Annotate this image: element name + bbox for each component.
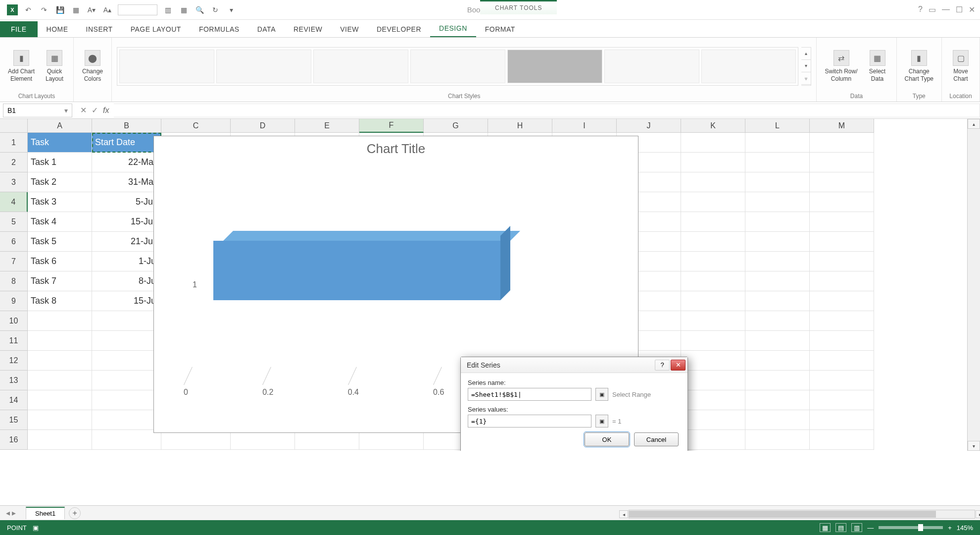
enter-formula-button[interactable]: ✓ bbox=[92, 106, 98, 115]
column-header-K[interactable]: K bbox=[681, 119, 745, 133]
column-header-C[interactable]: C bbox=[161, 119, 231, 133]
horizontal-scrollbar[interactable]: ◂ ▸ bbox=[629, 510, 975, 519]
maximize-button[interactable]: ☐ bbox=[956, 5, 963, 14]
cell-K5[interactable] bbox=[681, 212, 745, 232]
cancel-button[interactable]: Cancel bbox=[634, 432, 679, 446]
sheet-tab-sheet1[interactable]: Sheet1 bbox=[26, 507, 65, 519]
cell-K3[interactable] bbox=[681, 172, 745, 192]
chart-style-thumb-selected[interactable] bbox=[507, 50, 602, 83]
close-window-button[interactable]: ✕ bbox=[969, 5, 975, 14]
tab-format[interactable]: FORMAT bbox=[476, 21, 524, 37]
row-header-4[interactable]: 4 bbox=[0, 192, 28, 212]
range-selector-button[interactable]: ▣ bbox=[595, 388, 608, 401]
chart-style-thumb[interactable] bbox=[313, 50, 408, 83]
cell-M13[interactable] bbox=[810, 371, 874, 390]
chart-style-thumb[interactable] bbox=[119, 50, 214, 83]
cell-L9[interactable] bbox=[745, 291, 810, 311]
move-chart-button[interactable]: ▢Move Chart bbox=[947, 48, 975, 84]
cell-M1[interactable] bbox=[810, 133, 874, 153]
cell-L16[interactable] bbox=[745, 430, 810, 450]
minimize-button[interactable]: — bbox=[942, 5, 950, 14]
row-header-10[interactable]: 10 bbox=[0, 311, 28, 331]
row-header-14[interactable]: 14 bbox=[0, 390, 28, 410]
tab-view[interactable]: VIEW bbox=[331, 21, 368, 37]
name-box[interactable]: B1▾ bbox=[3, 104, 72, 117]
qat-button[interactable]: ▦ bbox=[70, 4, 81, 15]
page-break-view-button[interactable]: ▥ bbox=[851, 523, 862, 532]
cell-K4[interactable] bbox=[681, 192, 745, 212]
ribbon-options-button[interactable]: ▭ bbox=[929, 5, 936, 14]
tab-review[interactable]: REVIEW bbox=[285, 21, 331, 37]
select-all-corner[interactable] bbox=[0, 119, 28, 133]
cell-B9[interactable]: 15-Jul bbox=[92, 291, 161, 311]
cell-L10[interactable] bbox=[745, 311, 810, 331]
spreadsheet-grid[interactable]: ABCDEFGHIJKLM 12345678910111213141516 Ta… bbox=[0, 119, 980, 451]
cell-K1[interactable] bbox=[681, 133, 745, 153]
page-layout-view-button[interactable]: ▤ bbox=[835, 523, 846, 532]
cancel-formula-button[interactable]: ✕ bbox=[80, 106, 87, 115]
cell-A13[interactable] bbox=[28, 371, 92, 390]
cell-A16[interactable] bbox=[28, 430, 92, 450]
column-header-M[interactable]: M bbox=[810, 119, 874, 133]
column-header-D[interactable]: D bbox=[231, 119, 295, 133]
cell-B7[interactable]: 1-Jul bbox=[92, 252, 161, 271]
cell-A10[interactable] bbox=[28, 311, 92, 331]
scroll-up-button[interactable]: ▴ bbox=[968, 119, 980, 129]
qat-customize-button[interactable]: ▾ bbox=[226, 4, 237, 15]
cell-B14[interactable] bbox=[92, 390, 161, 410]
dialog-close-button[interactable]: ✕ bbox=[671, 360, 686, 371]
cell-K6[interactable] bbox=[681, 232, 745, 252]
tab-developer[interactable]: DEVELOPER bbox=[368, 21, 430, 37]
qat-icon[interactable]: ↻ bbox=[210, 4, 221, 15]
cell-A2[interactable]: Task 1 bbox=[28, 153, 92, 172]
formula-input[interactable] bbox=[114, 104, 980, 117]
cell-A4[interactable]: Task 3 bbox=[28, 192, 92, 212]
row-header-12[interactable]: 12 bbox=[0, 351, 28, 371]
column-header-L[interactable]: L bbox=[745, 119, 810, 133]
cell-M6[interactable] bbox=[810, 232, 874, 252]
cell-L11[interactable] bbox=[745, 331, 810, 351]
cell-A7[interactable]: Task 6 bbox=[28, 252, 92, 271]
row-header-3[interactable]: 3 bbox=[0, 172, 28, 192]
cell-A9[interactable]: Task 8 bbox=[28, 291, 92, 311]
cell-K10[interactable] bbox=[681, 311, 745, 331]
cell-M12[interactable] bbox=[810, 351, 874, 371]
cell-E16[interactable] bbox=[295, 430, 359, 450]
cell-A6[interactable]: Task 5 bbox=[28, 232, 92, 252]
qat-dropdown[interactable] bbox=[118, 4, 157, 15]
cell-K9[interactable] bbox=[681, 291, 745, 311]
cell-B16[interactable] bbox=[92, 430, 161, 450]
cell-B8[interactable]: 8-Jul bbox=[92, 271, 161, 291]
tab-insert[interactable]: INSERT bbox=[77, 21, 122, 37]
cell-B11[interactable] bbox=[92, 331, 161, 351]
tab-page-layout[interactable]: PAGE LAYOUT bbox=[122, 21, 190, 37]
column-header-H[interactable]: H bbox=[488, 119, 552, 133]
column-header-B[interactable]: B bbox=[92, 119, 161, 133]
fx-icon[interactable]: fx bbox=[103, 106, 109, 115]
tab-home[interactable]: HOME bbox=[38, 21, 77, 37]
qat-icon[interactable]: ▦ bbox=[178, 4, 189, 15]
row-header-2[interactable]: 2 bbox=[0, 153, 28, 172]
cell-K12[interactable] bbox=[681, 351, 745, 371]
cell-B1[interactable]: Start Date bbox=[92, 133, 161, 153]
cell-A14[interactable] bbox=[28, 390, 92, 410]
zoom-slider[interactable] bbox=[879, 526, 943, 529]
cell-B2[interactable]: 22-May bbox=[92, 153, 161, 172]
cell-M7[interactable] bbox=[810, 252, 874, 271]
cell-M2[interactable] bbox=[810, 153, 874, 172]
cell-L8[interactable] bbox=[745, 271, 810, 291]
chart-style-thumb[interactable] bbox=[216, 50, 311, 83]
cell-L2[interactable] bbox=[745, 153, 810, 172]
cell-M10[interactable] bbox=[810, 311, 874, 331]
column-header-I[interactable]: I bbox=[552, 119, 617, 133]
cell-K7[interactable] bbox=[681, 252, 745, 271]
column-header-G[interactable]: G bbox=[424, 119, 488, 133]
cell-L15[interactable] bbox=[745, 410, 810, 430]
cell-M4[interactable] bbox=[810, 192, 874, 212]
cell-A11[interactable] bbox=[28, 331, 92, 351]
font-increase-button[interactable]: A▴ bbox=[102, 4, 113, 15]
chart-styles-gallery[interactable] bbox=[117, 47, 798, 86]
sheet-nav-prev[interactable]: ◂ bbox=[6, 508, 10, 518]
chart-style-thumb[interactable] bbox=[410, 50, 505, 83]
cell-B10[interactable] bbox=[92, 311, 161, 331]
